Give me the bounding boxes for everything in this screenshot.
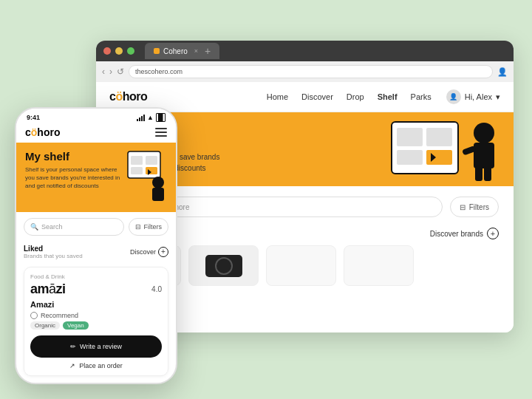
brand-tags: Organic Vegan (30, 321, 162, 330)
phone-hero-text: My shelf Shelf is your personal space wh… (25, 150, 120, 191)
logo-accent: ö (115, 90, 122, 103)
mobile-phone: 9:41 ▲ ▉ cöhoro My shelf Shelf is your p… (15, 107, 177, 384)
liked-discover-plus[interactable]: + (158, 247, 168, 257)
battery-icon: ▉ (156, 113, 166, 122)
user-avatar: 👤 (446, 89, 461, 104)
filter-icon: ⊟ (460, 203, 466, 211)
new-tab-icon[interactable]: + (205, 45, 211, 57)
place-order-label: Place an order (79, 362, 123, 369)
nav-home[interactable]: Home (267, 92, 288, 101)
tab-favicon (154, 48, 160, 54)
brand-category: Food & Drink (30, 273, 162, 280)
svg-rect-10 (484, 166, 491, 181)
phone-search-icon: 🔍 (30, 223, 38, 231)
phone-search-row: 🔍 Search ⊟ Filters (16, 212, 176, 242)
address-text: thescohero.com (135, 68, 183, 75)
discover-plus-button[interactable]: + (487, 228, 499, 239)
phone-brand-card[interactable]: Food & Drink amāzi 4.0 Amazi Recommend O… (24, 267, 168, 376)
svg-rect-18 (152, 188, 164, 201)
svg-rect-9 (475, 166, 482, 181)
phone-status-bar: 9:41 ▲ ▉ (16, 109, 176, 123)
menu-line-3 (155, 135, 167, 137)
browser-titlebar: Cohero × + (96, 41, 514, 61)
back-button[interactable]: ‹ (102, 66, 105, 77)
write-review-button[interactable]: ✏ Write a review (30, 335, 162, 358)
menu-line-1 (155, 128, 167, 129)
phone-search-input[interactable]: 🔍 Search (24, 218, 124, 236)
phone-filter-icon: ⊟ (135, 223, 141, 231)
brand-name: amāzi (30, 282, 66, 297)
tab-label: Cohero (163, 47, 188, 55)
place-order-button[interactable]: ↗ Place an order (30, 362, 162, 369)
browser-tab[interactable]: Cohero × + (145, 43, 219, 59)
phone-hero: My shelf Shelf is your personal space wh… (16, 143, 176, 212)
phone-filter-button[interactable]: ⊟ Filters (129, 218, 169, 236)
svg-rect-14 (131, 167, 143, 174)
filter-button[interactable]: ⊟ Filters (450, 197, 499, 217)
svg-rect-3 (397, 150, 423, 165)
brand-card-speaker[interactable] (188, 245, 259, 286)
brand-card-3[interactable] (344, 245, 414, 286)
radio-circle[interactable] (30, 312, 38, 319)
svg-rect-12 (131, 156, 143, 165)
tag-organic[interactable]: Organic (30, 321, 60, 330)
phone-hero-illustration (126, 150, 167, 205)
svg-point-17 (152, 177, 164, 188)
maximize-button[interactable] (127, 47, 134, 55)
phone-hero-title: My shelf (25, 150, 120, 163)
liked-discover-button[interactable]: Discover + (130, 247, 168, 257)
user-icon[interactable]: 👤 (497, 67, 508, 77)
browser-actions: 👤 (497, 67, 508, 77)
brand-card-2[interactable] (266, 245, 336, 286)
svg-point-6 (474, 123, 494, 143)
write-review-icon: ✏ (70, 343, 76, 350)
svg-rect-13 (146, 156, 157, 165)
write-review-label: Write a review (80, 343, 122, 350)
user-chevron: ▾ (496, 92, 500, 102)
browser-toolbar: ‹ › ↺ thescohero.com 👤 (96, 61, 514, 82)
reload-button[interactable]: ↺ (117, 66, 124, 77)
nav-drop[interactable]: Drop (347, 92, 364, 101)
tag-vegan[interactable]: Vegan (63, 321, 89, 330)
phone-search-label: Search (41, 223, 63, 231)
menu-line-2 (155, 132, 167, 133)
menu-icon[interactable] (155, 128, 167, 137)
wifi-icon: ▲ (147, 114, 154, 121)
nav-parks[interactable]: Parks (411, 92, 432, 101)
discover-label[interactable]: Discover brands (430, 230, 483, 238)
filter-label: Filters (469, 203, 489, 211)
phone-time: 9:41 (27, 114, 40, 121)
status-icons: ▲ ▉ (137, 113, 166, 122)
liked-info: Liked Brands that you saved (24, 245, 83, 259)
svg-rect-4 (426, 150, 452, 165)
phone-filter-label: Filters (144, 223, 163, 231)
brand-title: Amazi (30, 300, 54, 309)
brand-top-row: amāzi 4.0 (30, 282, 162, 297)
logo-dot: ö (31, 126, 38, 138)
site-nav-links: Home Discover Drop Shelf Parks (267, 92, 432, 101)
tab-close-icon[interactable]: × (194, 47, 198, 55)
speaker-icon (205, 255, 242, 277)
svg-rect-2 (426, 128, 452, 146)
brand-rating: 4.0 (151, 285, 162, 293)
brand-title-row: Amazi (30, 300, 162, 309)
forward-button[interactable]: › (109, 66, 112, 77)
signal-icon (137, 115, 145, 121)
place-order-icon: ↗ (69, 362, 75, 369)
minimize-button[interactable] (115, 47, 123, 55)
svg-rect-1 (397, 128, 423, 146)
recommend-row: Recommend (30, 312, 162, 319)
liked-discover-label: Discover (130, 248, 156, 256)
user-menu[interactable]: 👤 Hi, Alex ▾ (446, 89, 500, 104)
phone-hero-subtitle: Shelf is your personal space where you s… (25, 166, 120, 191)
liked-sublabel: Brands that you saved (24, 253, 83, 259)
address-bar[interactable]: thescohero.com (129, 65, 493, 78)
nav-discover[interactable]: Discover (301, 92, 333, 101)
phone-logo: cöhoro (25, 126, 60, 138)
svg-rect-15 (146, 167, 157, 174)
liked-label: Liked (24, 245, 83, 253)
recommend-label: Recommend (41, 312, 78, 319)
nav-shelf[interactable]: Shelf (378, 92, 398, 101)
hero-svg (388, 115, 499, 185)
close-button[interactable] (103, 47, 111, 55)
